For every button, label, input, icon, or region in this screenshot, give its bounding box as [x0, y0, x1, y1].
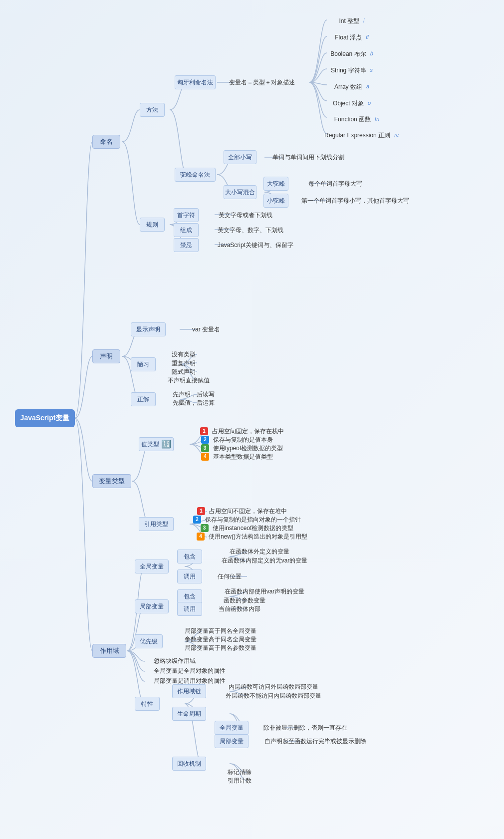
- root-label: JavaScript变量: [20, 413, 70, 423]
- feature-node: 特性: [135, 697, 160, 711]
- global-var-node: 全局变量: [135, 559, 169, 573]
- connections-svg: [0, 0, 504, 839]
- rules-node: 规则: [140, 218, 165, 232]
- type-regexp: Regular Expression 正则re: [312, 128, 412, 142]
- hungarian-label: 匈牙利命名法: [177, 78, 213, 87]
- forbidden-node: 禁忌: [174, 238, 199, 252]
- gc-node: 回收机制: [172, 757, 206, 771]
- lifetime-local-desc: 自声明起至函数运行完毕或被显示删除: [255, 734, 375, 748]
- global-include-node: 包含: [177, 550, 202, 563]
- composition-desc: 英文字母、数字、下划线: [206, 223, 295, 237]
- first-char-node: 首字符: [174, 208, 199, 222]
- lifetime-global-node: 全局变量: [215, 721, 249, 735]
- declaration-node: 声明: [92, 349, 120, 363]
- method-label: 方法: [146, 106, 158, 114]
- lifetime-local-node: 局部变量: [215, 734, 249, 748]
- explicit-decl-desc: var 变量名: [174, 322, 239, 336]
- explicit-decl-node: 显示声明: [131, 322, 166, 336]
- scope-node: 作用域: [92, 644, 126, 658]
- naming-node: 命名: [92, 135, 120, 149]
- type-function: Function 函数fn: [312, 112, 402, 126]
- bad-habit-4: 不声明直接赋值: [164, 373, 214, 387]
- small-camel-node: 小驼峰: [263, 194, 288, 208]
- type-object: Object 对象o: [312, 96, 392, 110]
- scope-chain-node: 作用域链: [172, 684, 206, 698]
- mindmap-container: JavaScript变量 命名 方法 匈牙利命名法 变量名＝类型＋对象描述 In…: [0, 0, 504, 839]
- correct-2: 先赋值，后运算: [164, 396, 224, 410]
- sc-2: 外层函数不能访问内层函数局部变量: [214, 689, 333, 702]
- vt-4: 4 基本类型数据是值类型: [182, 450, 292, 463]
- vartype-node: 变量类型: [92, 474, 131, 488]
- big-camel-desc: 每个单词首字母大写: [295, 177, 375, 191]
- mixed-case-node: 大小写混合: [224, 185, 256, 199]
- first-char-desc: 英文字母或者下划线: [206, 208, 285, 222]
- big-camel-node: 大驼峰: [263, 177, 288, 191]
- pri-3: 局部变量高于同名参数变量: [171, 641, 270, 654]
- gc-refcount: 引用计数: [215, 774, 264, 787]
- method-node: 方法: [140, 103, 165, 117]
- lc-1: 当前函数体内部: [210, 602, 269, 616]
- type-array: Array 数组a: [312, 80, 392, 94]
- local-var-node: 局部变量: [135, 599, 169, 613]
- type-float: Float 浮点fl: [312, 30, 392, 44]
- camel-node: 驼峰命名法: [175, 168, 216, 182]
- lowercase-node: 全部小写: [224, 150, 256, 164]
- small-camel-desc: 第一个单词首字母小写，其他首字母大写: [295, 194, 415, 208]
- priority-node: 优先级: [135, 634, 163, 648]
- hungarian-desc-label: 变量名＝类型＋对象描述: [229, 78, 295, 87]
- lifetime-node: 生命周期: [172, 707, 206, 721]
- gc-1: 任何位置: [210, 569, 250, 583]
- value-type-node: 值类型 🔢: [139, 437, 174, 451]
- lifetime-global-desc: 除非被显示删除，否则一直存在: [255, 721, 355, 735]
- global-call-node: 调用: [177, 569, 202, 583]
- composition-node: 组成: [174, 223, 199, 237]
- camel-label: 驼峰命名法: [180, 171, 210, 179]
- correct-node: 正解: [131, 392, 156, 406]
- ref-type-node: 引用类型: [139, 517, 174, 531]
- local-call-node: 调用: [177, 602, 202, 616]
- rt-4: 4 使用new()方法构造出的对象是引用型: [182, 530, 322, 543]
- local-include-node: 包含: [177, 589, 202, 603]
- naming-label: 命名: [100, 137, 113, 146]
- gi-2: 在函数体内部定义的无var的变量: [210, 554, 319, 567]
- forbidden-desc: JavaScript关键词与、保留字: [206, 238, 305, 252]
- type-int: Int 整型i: [312, 14, 392, 28]
- type-boolean: Boolean 布尔b: [312, 47, 392, 61]
- bad-habit-node: 陋习: [131, 357, 156, 371]
- root-node: JavaScript变量: [15, 409, 75, 427]
- hungarian-node: 匈牙利命名法: [175, 75, 216, 89]
- type-string: String 字符串s: [312, 63, 392, 77]
- lowercase-desc: 单词与单词间用下划线分割: [263, 150, 353, 164]
- hungarian-desc-node: 变量名＝类型＋对象描述: [222, 75, 302, 89]
